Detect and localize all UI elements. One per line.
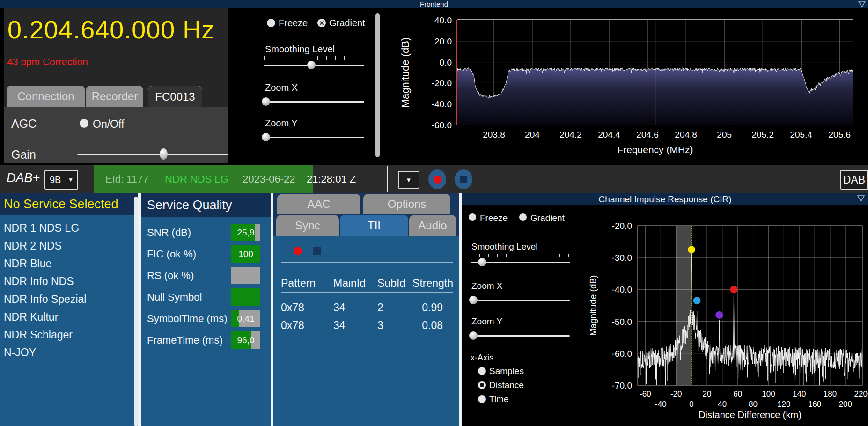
tab-aac[interactable]: AAC (277, 194, 360, 214)
tab-sync[interactable]: Sync (276, 215, 339, 236)
dab-mode-label: DAB+ (7, 171, 40, 185)
tuner-tab-recorder[interactable]: Recorder (86, 86, 143, 107)
channel-value: 9B (50, 175, 61, 185)
svg-text:204: 204 (525, 130, 540, 140)
svg-text:203.8: 203.8 (483, 130, 505, 140)
service-item[interactable]: NDR 2 NDS (0, 237, 135, 255)
channel-dropdown[interactable]: 9B ▼ (44, 170, 78, 190)
tuner-tab-connection[interactable]: Connection (7, 86, 85, 107)
service-item[interactable]: NDR Schlager (0, 326, 135, 344)
quality-bar: 100 (231, 245, 260, 263)
agc-label: AGC (11, 117, 37, 131)
svg-text:-20.0: -20.0 (612, 221, 632, 231)
controls-scrollbar[interactable] (375, 13, 380, 157)
svg-text:120: 120 (777, 400, 790, 409)
zoom-x-slider-handle[interactable] (262, 97, 270, 106)
tab-audio[interactable]: Audio (409, 215, 456, 236)
frequency-display: 0.204.640.000 Hz (7, 15, 214, 44)
ppm-correction: 43 ppm Correction (7, 56, 88, 67)
tuner-tab-fc0013[interactable]: FC0013 (148, 86, 202, 107)
tab-options[interactable]: Options (363, 194, 450, 214)
gradient-checkbox[interactable]: ✕ (317, 19, 326, 27)
svg-text:-40.0: -40.0 (432, 99, 452, 109)
quality-row-label: SNR (dB) (147, 227, 191, 239)
dab-badge-label: DAB (843, 174, 865, 186)
gain-label: Gain (11, 148, 36, 162)
frontend-spectrum-chart[interactable]: 40.020.00.0-20.0-40.0-60.0203.8204204.22… (382, 8, 868, 165)
expander-dropdown-button[interactable]: ▼ (398, 171, 419, 189)
zoom-x-slider[interactable] (264, 101, 364, 103)
service-item[interactable]: NDR Info Spezial (0, 290, 135, 308)
service-item[interactable]: N-JOY (0, 344, 135, 361)
dab-badge: DAB (840, 170, 868, 190)
tii-column-header: MainId (333, 277, 366, 290)
svg-text:180: 180 (824, 389, 837, 398)
zoom-y-slider[interactable] (264, 137, 364, 138)
quality-row-label: SymbolTime (ms) (147, 313, 228, 325)
tab-tii[interactable]: TII (340, 215, 408, 236)
record-icon (434, 176, 441, 184)
svg-text:204.8: 204.8 (675, 130, 697, 140)
splitter-3[interactable] (459, 193, 462, 426)
echo-marker-cyan (693, 297, 701, 304)
svg-text:160: 160 (808, 400, 821, 409)
service-item[interactable]: NDR Info NDS (0, 272, 135, 290)
svg-text:204.4: 204.4 (598, 130, 620, 140)
smoothing-slider[interactable] (264, 65, 364, 66)
service-list: NDR 1 NDS LGNDR 2 NDSNDR BlueNDR Info ND… (0, 219, 135, 361)
tii-column-header: Pattern (281, 277, 316, 290)
svg-text:80: 80 (749, 400, 758, 409)
tii-cell-value: 2 (377, 301, 383, 314)
svg-text:40.0: 40.0 (434, 15, 452, 25)
tii-cell-value: 0.08 (422, 319, 443, 332)
svg-text:0: 0 (689, 400, 693, 409)
cir-chart[interactable]: -20.0-30.0-40.0-50.0-60.0-70.0-60-202060… (462, 205, 868, 426)
freeze-label: Freeze (279, 18, 308, 29)
svg-text:204.6: 204.6 (636, 130, 659, 140)
smoothing-slider-handle[interactable] (307, 61, 316, 69)
collapse-funnel-icon[interactable] (858, 0, 866, 8)
cir-panel: Channel Impulse Response (CIR) Freeze Gr… (462, 193, 868, 426)
cir-collapse-funnel-icon[interactable] (857, 195, 865, 202)
quality-bar-value (231, 267, 260, 284)
main-transmitter-marker (688, 246, 695, 253)
gain-slider-handle[interactable] (160, 148, 168, 160)
zoom-y-label: Zoom Y (265, 118, 298, 129)
tii-cell-value: 3 (377, 319, 383, 332)
sync-status-square (313, 247, 321, 255)
zoom-y-slider-handle[interactable] (262, 133, 270, 141)
svg-text:-20: -20 (670, 389, 682, 398)
service-list-header: No Service Selected (0, 193, 138, 215)
quality-bar-value: 96,0 (231, 331, 260, 349)
record-button[interactable] (428, 169, 446, 189)
agc-onoff-checkbox[interactable] (80, 119, 88, 128)
smoothing-level-label: Smoothing Level (265, 44, 335, 55)
service-item[interactable]: NDR 1 NDS LG (0, 219, 135, 237)
service-item[interactable]: NDR Blue (0, 255, 135, 272)
service-list-scrollbar[interactable] (134, 197, 138, 426)
tii-cell-value: 34 (333, 319, 346, 332)
freeze-checkbox[interactable] (267, 19, 275, 27)
quality-bar: 0,41 (231, 310, 260, 327)
tii-cell-value: 0x78 (281, 319, 304, 332)
stop-button[interactable] (455, 169, 472, 189)
gain-slider[interactable] (77, 154, 232, 155)
service-item[interactable]: NDR Kultur (0, 308, 135, 326)
frontend-title: Frontend (0, 0, 868, 8)
fc0013-tab-content: AGC On/Off Gain (4, 107, 228, 163)
quality-bar-value (231, 288, 260, 306)
svg-text:0.0: 0.0 (440, 58, 452, 67)
svg-text:-70.0: -70.0 (612, 381, 632, 390)
zoom-x-label: Zoom X (265, 82, 298, 93)
svg-text:100: 100 (762, 389, 775, 398)
ensemble-time: 21:28:01 Z (307, 173, 356, 185)
toolbar-divider (387, 166, 388, 192)
stop-icon (460, 176, 467, 183)
tuner-panel: 0.204.640.000 Hz 43 ppm Correction Conne… (4, 8, 228, 163)
quality-bar-value: 0,41 (231, 310, 260, 327)
splitter-1[interactable] (138, 193, 141, 426)
ensemble-date: 2023-06-22 (243, 173, 295, 185)
service-quality-header: Service Quality (141, 193, 271, 217)
svg-text:Distance Difference (km): Distance Difference (km) (699, 410, 802, 420)
ensemble-id: EId: 1177 (105, 173, 149, 185)
